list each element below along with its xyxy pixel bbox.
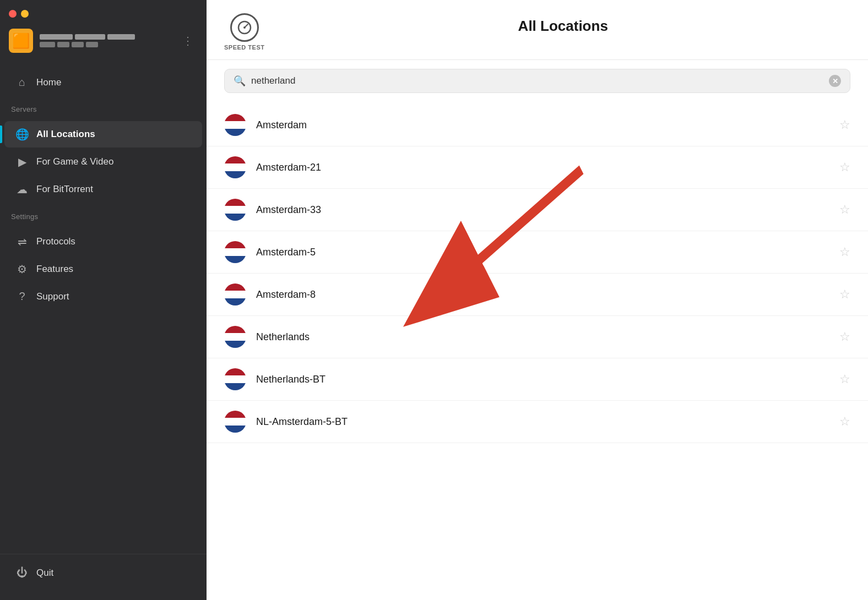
location-name: Netherlands-BT <box>256 374 829 385</box>
torrent-icon: ☁ <box>15 183 29 196</box>
nav-settings: ⇌ Protocols ⚙ Features ? Support <box>0 223 207 315</box>
list-item[interactable]: Netherlands-BT ☆ <box>207 358 868 401</box>
page-title: All Locations <box>275 18 850 35</box>
app-logo: 🟧 <box>9 29 33 53</box>
location-list-wrapper: Amsterdam ☆ Amsterdam-21 ☆ Amsterdam-33 … <box>207 104 868 600</box>
sidebar-item-home[interactable]: ⌂ Home <box>4 69 202 95</box>
list-item[interactable]: Amsterdam-8 ☆ <box>207 274 868 316</box>
logo-text-placeholder <box>40 34 135 47</box>
sidebar-item-features[interactable]: ⚙ Features <box>4 256 202 282</box>
flag-netherlands <box>224 411 246 433</box>
location-name: Amsterdam-21 <box>256 162 829 173</box>
location-name: Amsterdam <box>256 119 829 131</box>
titlebar <box>0 0 207 24</box>
search-bar: 🔍 ✕ <box>224 69 850 93</box>
sidebar-item-features-label: Features <box>36 264 73 275</box>
location-name: NL-Amsterdam-5-BT <box>256 416 829 428</box>
list-item[interactable]: Netherlands ☆ <box>207 316 868 358</box>
favorite-star[interactable]: ☆ <box>839 414 850 429</box>
location-name: Amsterdam-5 <box>256 247 829 258</box>
list-item[interactable]: Amsterdam-33 ☆ <box>207 189 868 231</box>
flag-netherlands <box>224 368 246 390</box>
options-menu-button[interactable]: ⋮ <box>178 32 198 50</box>
flag-netherlands <box>224 241 246 263</box>
power-icon: ⏻ <box>15 566 29 579</box>
settings-section-label: Settings <box>0 208 207 223</box>
nav-main: ⌂ Home <box>0 64 207 101</box>
sidebar-item-bittorrent[interactable]: ☁ For BitTorrent <box>4 176 202 203</box>
location-list: Amsterdam ☆ Amsterdam-21 ☆ Amsterdam-33 … <box>207 104 868 600</box>
location-name: Netherlands <box>256 331 829 343</box>
main-content: SPEED TEST All Locations 🔍 ✕ Amsterdam ☆… <box>207 0 868 600</box>
sidebar-item-support[interactable]: ? Support <box>4 283 202 309</box>
favorite-star[interactable]: ☆ <box>839 330 850 344</box>
logo-area: 🟧 ⋮ <box>0 24 207 64</box>
gear-icon: ⚙ <box>15 263 29 276</box>
sidebar-item-all-locations[interactable]: 🌐 All Locations <box>4 121 202 148</box>
search-icon: 🔍 <box>234 75 246 87</box>
sidebar-item-support-label: Support <box>36 291 69 302</box>
traffic-light-red[interactable] <box>9 10 17 18</box>
traffic-light-yellow[interactable] <box>21 10 29 18</box>
servers-section-label: Servers <box>0 101 207 116</box>
nav-servers: 🌐 All Locations ▶ For Game & Video ☁ For… <box>0 116 207 208</box>
favorite-star[interactable]: ☆ <box>839 372 850 386</box>
sidebar-item-bittorrent-label: For BitTorrent <box>36 184 93 195</box>
main-header: SPEED TEST All Locations <box>207 0 868 60</box>
search-container: 🔍 ✕ <box>207 60 868 104</box>
sidebar-item-quit[interactable]: ⏻ Quit <box>4 560 202 586</box>
list-item-amsterdam-5[interactable]: Amsterdam-5 ☆ <box>207 231 868 274</box>
favorite-star[interactable]: ☆ <box>839 160 850 174</box>
flag-netherlands <box>224 283 246 306</box>
game-icon: ▶ <box>15 155 29 168</box>
flag-netherlands <box>224 114 246 136</box>
list-item[interactable]: NL-Amsterdam-5-BT ☆ <box>207 401 868 443</box>
speed-test-label: SPEED TEST <box>224 44 264 51</box>
speed-test-icon <box>230 13 259 42</box>
list-item[interactable]: Amsterdam ☆ <box>207 104 868 146</box>
search-clear-button[interactable]: ✕ <box>829 75 841 87</box>
favorite-star[interactable]: ☆ <box>839 118 850 132</box>
support-icon: ? <box>15 290 29 303</box>
speed-test-widget: SPEED TEST <box>224 13 264 51</box>
protocols-icon: ⇌ <box>15 235 29 248</box>
list-item[interactable]: Amsterdam-21 ☆ <box>207 146 868 189</box>
sidebar-item-protocols-label: Protocols <box>36 236 75 247</box>
sidebar-item-home-label: Home <box>36 77 61 88</box>
favorite-star[interactable]: ☆ <box>839 203 850 217</box>
svg-point-2 <box>243 26 246 29</box>
sidebar: 🟧 ⋮ ⌂ Home Servers 🌐 All Loca <box>0 0 207 600</box>
sidebar-bottom: ⏻ Quit <box>0 554 207 600</box>
sidebar-item-all-locations-label: All Locations <box>36 129 95 140</box>
flag-netherlands <box>224 326 246 348</box>
flag-netherlands <box>224 156 246 178</box>
sidebar-item-game-video-label: For Game & Video <box>36 156 113 167</box>
favorite-star[interactable]: ☆ <box>839 245 850 259</box>
home-icon: ⌂ <box>15 76 29 89</box>
location-name: Amsterdam-8 <box>256 289 829 301</box>
search-input[interactable] <box>251 75 823 86</box>
sidebar-item-quit-label: Quit <box>36 568 53 579</box>
globe-icon: 🌐 <box>15 128 29 141</box>
location-name: Amsterdam-33 <box>256 204 829 216</box>
favorite-star[interactable]: ☆ <box>839 287 850 302</box>
sidebar-item-game-video[interactable]: ▶ For Game & Video <box>4 149 202 175</box>
flag-netherlands <box>224 199 246 221</box>
sidebar-item-protocols[interactable]: ⇌ Protocols <box>4 228 202 255</box>
